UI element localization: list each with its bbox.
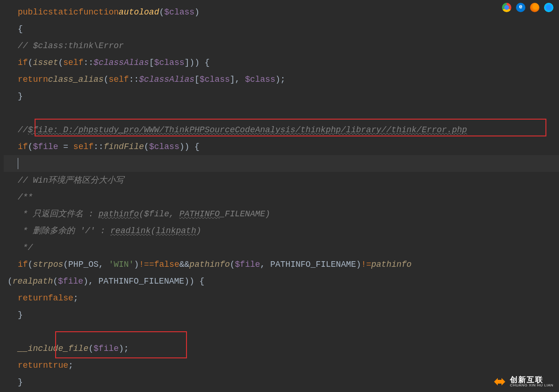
watermark: 创新互联 CHUANG XIN HU LIAN xyxy=(492,374,553,389)
code-line-active xyxy=(4,155,559,172)
code-line: if (isset(self::$classAlias[$class])) { xyxy=(4,54,559,71)
code-line: __include_file($file); xyxy=(4,340,559,357)
code-line: * 删除多余的 '/' : readlink(linkpath) xyxy=(4,222,559,239)
code-line xyxy=(4,323,559,340)
text-cursor xyxy=(18,158,18,169)
code-line: } xyxy=(4,374,559,391)
code-line: // Win环境严格区分大小写 xyxy=(4,172,559,189)
watermark-cn: 创新互联 xyxy=(510,376,553,384)
code-line: if (strpos(PHP_OS, 'WIN') !== false && p… xyxy=(4,256,559,273)
code-line xyxy=(4,105,559,121)
edge-icon[interactable]: e xyxy=(516,3,525,12)
code-line: // $class:think\Error xyxy=(4,37,559,54)
code-line: (realpath($file), PATHINFO_FILENAME)) { xyxy=(4,273,559,290)
watermark-text: 创新互联 CHUANG XIN HU LIAN xyxy=(510,376,553,387)
code-line: if ($file = self::findFile($class)) { xyxy=(4,138,559,155)
code-line: //$file: D:/phpstudy_pro/WWW/ThinkPHPSou… xyxy=(4,121,559,138)
watermark-logo-icon xyxy=(492,374,507,389)
chrome-icon[interactable] xyxy=(502,3,511,12)
code-line: return false; xyxy=(4,290,559,306)
code-line: } xyxy=(4,306,559,323)
code-line: } xyxy=(4,88,559,105)
code-editor[interactable]: public static function autoload($class) … xyxy=(0,0,559,391)
code-line: return true; xyxy=(4,357,559,374)
code-line: /** xyxy=(4,189,559,206)
code-line: return class_alias(self::$classAlias[$cl… xyxy=(4,71,559,88)
browser-icons-tray: e xyxy=(502,3,553,12)
code-line: */ xyxy=(4,239,559,256)
safari-icon[interactable] xyxy=(544,3,553,12)
code-line: public static function autoload($class) xyxy=(4,4,559,21)
firefox-icon[interactable] xyxy=(530,3,539,12)
code-line: * 只返回文件名 : pathinfo($file, PATHINFO_FILE… xyxy=(4,206,559,222)
watermark-en: CHUANG XIN HU LIAN xyxy=(510,384,553,387)
code-line: { xyxy=(4,21,559,37)
